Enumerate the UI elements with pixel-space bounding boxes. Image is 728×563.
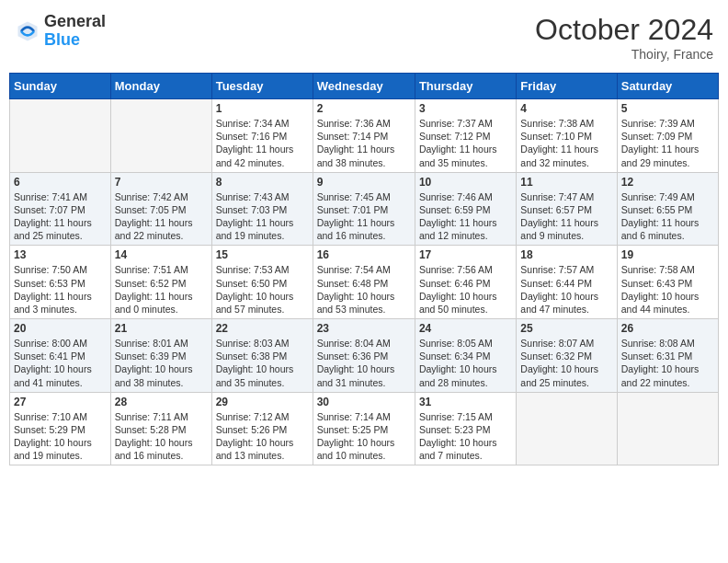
day-number: 15 bbox=[216, 248, 309, 261]
day-info: Sunrise: 7:36 AM Sunset: 7:14 PM Dayligh… bbox=[317, 117, 411, 169]
calendar-cell bbox=[617, 392, 718, 465]
calendar-cell bbox=[110, 99, 211, 173]
day-number: 25 bbox=[520, 322, 612, 335]
calendar-cell: 20Sunrise: 8:00 AM Sunset: 6:41 PM Dayli… bbox=[10, 319, 111, 393]
day-info: Sunrise: 7:54 AM Sunset: 6:48 PM Dayligh… bbox=[317, 263, 411, 316]
calendar-cell: 2Sunrise: 7:36 AM Sunset: 7:14 PM Daylig… bbox=[313, 99, 415, 173]
day-number: 4 bbox=[520, 102, 612, 115]
calendar-week-row: 13Sunrise: 7:50 AM Sunset: 6:53 PM Dayli… bbox=[10, 246, 719, 319]
calendar-cell: 6Sunrise: 7:41 AM Sunset: 7:07 PM Daylig… bbox=[10, 172, 111, 246]
day-info: Sunrise: 7:15 AM Sunset: 5:23 PM Dayligh… bbox=[419, 410, 512, 463]
logo-icon bbox=[15, 18, 40, 44]
logo-text: General Blue bbox=[44, 13, 106, 50]
calendar-cell: 24Sunrise: 8:05 AM Sunset: 6:34 PM Dayli… bbox=[415, 319, 516, 393]
calendar-cell: 26Sunrise: 8:08 AM Sunset: 6:31 PM Dayli… bbox=[617, 319, 718, 393]
calendar-cell: 15Sunrise: 7:53 AM Sunset: 6:50 PM Dayli… bbox=[211, 246, 313, 319]
day-info: Sunrise: 7:57 AM Sunset: 6:44 PM Dayligh… bbox=[520, 263, 612, 316]
day-number: 3 bbox=[419, 102, 512, 115]
calendar-table: SundayMondayTuesdayWednesdayThursdayFrid… bbox=[9, 73, 719, 465]
day-info: Sunrise: 7:45 AM Sunset: 7:01 PM Dayligh… bbox=[317, 190, 411, 243]
calendar-cell: 17Sunrise: 7:56 AM Sunset: 6:46 PM Dayli… bbox=[415, 246, 516, 319]
weekday-header: Wednesday bbox=[313, 74, 415, 99]
day-info: Sunrise: 8:05 AM Sunset: 6:34 PM Dayligh… bbox=[419, 337, 512, 389]
day-number: 20 bbox=[14, 322, 107, 335]
day-number: 7 bbox=[115, 176, 208, 189]
day-info: Sunrise: 8:00 AM Sunset: 6:41 PM Dayligh… bbox=[14, 337, 107, 389]
day-info: Sunrise: 7:42 AM Sunset: 7:05 PM Dayligh… bbox=[115, 190, 208, 243]
calendar-cell: 9Sunrise: 7:45 AM Sunset: 7:01 PM Daylig… bbox=[313, 172, 415, 246]
day-number: 26 bbox=[621, 322, 714, 335]
weekday-header: Saturday bbox=[617, 74, 718, 99]
weekday-header: Thursday bbox=[415, 74, 516, 99]
calendar-cell: 18Sunrise: 7:57 AM Sunset: 6:44 PM Dayli… bbox=[517, 246, 617, 319]
day-info: Sunrise: 7:47 AM Sunset: 6:57 PM Dayligh… bbox=[520, 190, 612, 243]
calendar-week-row: 6Sunrise: 7:41 AM Sunset: 7:07 PM Daylig… bbox=[10, 172, 719, 246]
day-number: 5 bbox=[621, 102, 714, 115]
day-number: 17 bbox=[419, 248, 512, 261]
calendar-week-row: 27Sunrise: 7:10 AM Sunset: 5:29 PM Dayli… bbox=[10, 392, 719, 465]
day-number: 24 bbox=[419, 322, 512, 335]
day-number: 29 bbox=[216, 396, 309, 408]
logo-line2: Blue bbox=[44, 31, 106, 50]
day-info: Sunrise: 7:53 AM Sunset: 6:50 PM Dayligh… bbox=[216, 263, 309, 316]
calendar-cell: 16Sunrise: 7:54 AM Sunset: 6:48 PM Dayli… bbox=[313, 246, 415, 319]
day-info: Sunrise: 8:04 AM Sunset: 6:36 PM Dayligh… bbox=[317, 337, 411, 389]
day-info: Sunrise: 8:01 AM Sunset: 6:39 PM Dayligh… bbox=[115, 337, 208, 389]
day-info: Sunrise: 7:14 AM Sunset: 5:25 PM Dayligh… bbox=[317, 410, 411, 463]
calendar-cell: 14Sunrise: 7:51 AM Sunset: 6:52 PM Dayli… bbox=[110, 246, 211, 319]
day-number: 23 bbox=[317, 322, 411, 335]
day-info: Sunrise: 7:50 AM Sunset: 6:53 PM Dayligh… bbox=[14, 263, 107, 316]
day-info: Sunrise: 8:07 AM Sunset: 6:32 PM Dayligh… bbox=[520, 337, 612, 389]
day-number: 2 bbox=[317, 102, 411, 115]
calendar-cell bbox=[10, 99, 111, 173]
day-number: 31 bbox=[419, 396, 512, 408]
weekday-header: Monday bbox=[110, 74, 211, 99]
calendar-cell: 21Sunrise: 8:01 AM Sunset: 6:39 PM Dayli… bbox=[110, 319, 211, 393]
calendar-cell: 1Sunrise: 7:34 AM Sunset: 7:16 PM Daylig… bbox=[211, 99, 313, 173]
calendar-cell: 3Sunrise: 7:37 AM Sunset: 7:12 PM Daylig… bbox=[415, 99, 516, 173]
day-number: 10 bbox=[419, 176, 512, 189]
day-number: 6 bbox=[14, 176, 107, 189]
calendar-cell: 19Sunrise: 7:58 AM Sunset: 6:43 PM Dayli… bbox=[617, 246, 718, 319]
day-info: Sunrise: 7:12 AM Sunset: 5:26 PM Dayligh… bbox=[216, 410, 309, 463]
day-number: 1 bbox=[216, 102, 309, 115]
calendar-cell: 22Sunrise: 8:03 AM Sunset: 6:38 PM Dayli… bbox=[211, 319, 313, 393]
day-number: 19 bbox=[621, 248, 714, 261]
calendar-cell: 13Sunrise: 7:50 AM Sunset: 6:53 PM Dayli… bbox=[10, 246, 111, 319]
logo-line1: General bbox=[44, 13, 106, 31]
day-number: 14 bbox=[115, 248, 208, 261]
day-info: Sunrise: 7:51 AM Sunset: 6:52 PM Dayligh… bbox=[115, 263, 208, 316]
day-number: 27 bbox=[14, 396, 107, 408]
day-info: Sunrise: 7:49 AM Sunset: 6:55 PM Dayligh… bbox=[621, 190, 714, 243]
weekday-header: Sunday bbox=[10, 74, 111, 99]
day-number: 30 bbox=[317, 396, 411, 408]
day-info: Sunrise: 7:37 AM Sunset: 7:12 PM Dayligh… bbox=[419, 117, 512, 169]
header: General Blue October 2024 Thoiry, France bbox=[9, 9, 719, 65]
day-info: Sunrise: 7:58 AM Sunset: 6:43 PM Dayligh… bbox=[621, 263, 714, 316]
calendar-cell: 29Sunrise: 7:12 AM Sunset: 5:26 PM Dayli… bbox=[211, 392, 313, 465]
calendar-cell: 31Sunrise: 7:15 AM Sunset: 5:23 PM Dayli… bbox=[415, 392, 516, 465]
calendar-cell: 30Sunrise: 7:14 AM Sunset: 5:25 PM Dayli… bbox=[313, 392, 415, 465]
day-number: 13 bbox=[14, 248, 107, 261]
day-number: 9 bbox=[317, 176, 411, 189]
calendar-week-row: 20Sunrise: 8:00 AM Sunset: 6:41 PM Dayli… bbox=[10, 319, 719, 393]
day-info: Sunrise: 8:08 AM Sunset: 6:31 PM Dayligh… bbox=[621, 337, 714, 389]
day-number: 18 bbox=[520, 248, 612, 261]
calendar-cell: 27Sunrise: 7:10 AM Sunset: 5:29 PM Dayli… bbox=[10, 392, 111, 465]
day-info: Sunrise: 7:41 AM Sunset: 7:07 PM Dayligh… bbox=[14, 190, 107, 243]
calendar-cell: 28Sunrise: 7:11 AM Sunset: 5:28 PM Dayli… bbox=[110, 392, 211, 465]
day-number: 22 bbox=[216, 322, 309, 335]
logo: General Blue bbox=[15, 13, 106, 50]
calendar-cell: 25Sunrise: 8:07 AM Sunset: 6:32 PM Dayli… bbox=[517, 319, 617, 393]
day-info: Sunrise: 8:03 AM Sunset: 6:38 PM Dayligh… bbox=[216, 337, 309, 389]
calendar-cell: 12Sunrise: 7:49 AM Sunset: 6:55 PM Dayli… bbox=[617, 172, 718, 246]
calendar-cell: 4Sunrise: 7:38 AM Sunset: 7:10 PM Daylig… bbox=[517, 99, 617, 173]
calendar-cell bbox=[517, 392, 617, 465]
month-title: October 2024 bbox=[535, 13, 713, 47]
calendar-header-row: SundayMondayTuesdayWednesdayThursdayFrid… bbox=[10, 74, 719, 99]
day-number: 21 bbox=[115, 322, 208, 335]
title-area: October 2024 Thoiry, France bbox=[535, 13, 713, 62]
location: Thoiry, France bbox=[535, 47, 713, 62]
day-info: Sunrise: 7:11 AM Sunset: 5:28 PM Dayligh… bbox=[115, 410, 208, 463]
calendar-cell: 7Sunrise: 7:42 AM Sunset: 7:05 PM Daylig… bbox=[110, 172, 211, 246]
